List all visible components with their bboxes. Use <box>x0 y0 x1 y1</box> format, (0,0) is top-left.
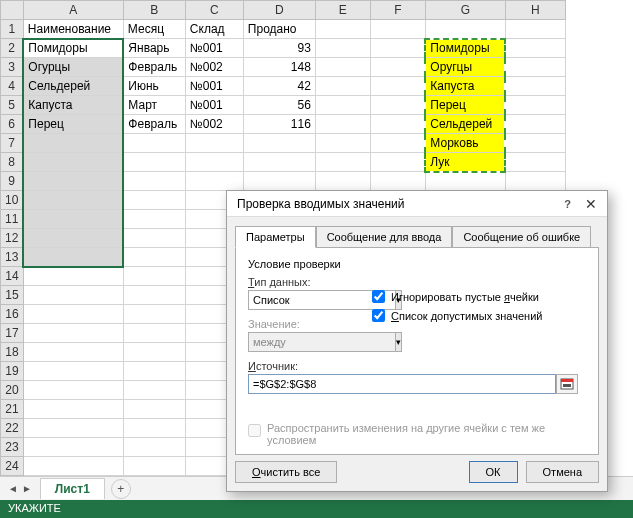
cell[interactable]: №001 <box>185 96 243 115</box>
cell[interactable] <box>315 77 370 96</box>
row-header[interactable]: 16 <box>1 305 24 324</box>
cell[interactable] <box>505 115 565 134</box>
cell[interactable] <box>505 134 565 153</box>
cell[interactable]: Сельдерей <box>23 77 123 96</box>
cell[interactable] <box>23 191 123 210</box>
col-header-G[interactable]: G <box>425 1 505 20</box>
row-header[interactable]: 6 <box>1 115 24 134</box>
row-header[interactable]: 9 <box>1 172 24 191</box>
cell[interactable] <box>370 153 425 172</box>
cell[interactable] <box>123 286 185 305</box>
add-sheet-button[interactable]: + <box>111 479 131 499</box>
cell[interactable]: Сельдерей <box>425 115 505 134</box>
tab-input-message[interactable]: Сообщение для ввода <box>316 226 453 248</box>
cell[interactable] <box>23 419 123 438</box>
col-header-A[interactable]: A <box>23 1 123 20</box>
cell[interactable] <box>23 438 123 457</box>
cell[interactable] <box>123 381 185 400</box>
cell[interactable] <box>243 134 315 153</box>
cell[interactable] <box>370 172 425 191</box>
cell[interactable]: Перец <box>23 115 123 134</box>
cell[interactable] <box>243 153 315 172</box>
cell[interactable] <box>315 39 370 58</box>
cell[interactable] <box>243 172 315 191</box>
cell[interactable] <box>370 20 425 39</box>
cell[interactable]: 42 <box>243 77 315 96</box>
cell[interactable] <box>505 20 565 39</box>
cell[interactable] <box>315 96 370 115</box>
cell[interactable] <box>425 20 505 39</box>
cell[interactable]: Январь <box>123 39 185 58</box>
cell[interactable]: Помидоры <box>425 39 505 58</box>
cell[interactable]: Лук <box>425 153 505 172</box>
cell[interactable] <box>123 191 185 210</box>
row-header[interactable]: 3 <box>1 58 24 77</box>
cell[interactable] <box>23 362 123 381</box>
cell[interactable]: Месяц <box>123 20 185 39</box>
row-header[interactable]: 17 <box>1 324 24 343</box>
cell[interactable] <box>123 457 185 476</box>
range-picker-icon[interactable] <box>556 374 578 394</box>
cell[interactable]: Февраль <box>123 115 185 134</box>
cell[interactable]: №001 <box>185 39 243 58</box>
col-header-F[interactable]: F <box>370 1 425 20</box>
row-header[interactable]: 12 <box>1 229 24 248</box>
cell[interactable]: Капуста <box>425 77 505 96</box>
row-header[interactable]: 18 <box>1 343 24 362</box>
cell[interactable] <box>123 362 185 381</box>
cell[interactable] <box>370 77 425 96</box>
cell[interactable] <box>505 39 565 58</box>
cell[interactable] <box>505 77 565 96</box>
cell[interactable]: №001 <box>185 77 243 96</box>
cell[interactable] <box>123 438 185 457</box>
in-cell-dropdown-checkbox[interactable]: Список допустимых значений <box>372 309 542 322</box>
cell[interactable]: Огурцы <box>23 58 123 77</box>
cell[interactable] <box>505 153 565 172</box>
cell[interactable] <box>23 305 123 324</box>
cell[interactable] <box>315 134 370 153</box>
cell[interactable]: Март <box>123 96 185 115</box>
cell[interactable]: Оругцы <box>425 58 505 77</box>
cell[interactable]: Помидоры <box>23 39 123 58</box>
cell[interactable] <box>123 210 185 229</box>
row-header[interactable]: 10 <box>1 191 24 210</box>
cell[interactable]: №002 <box>185 58 243 77</box>
cell[interactable] <box>23 381 123 400</box>
row-header[interactable]: 22 <box>1 419 24 438</box>
cell[interactable] <box>23 457 123 476</box>
cell[interactable]: №002 <box>185 115 243 134</box>
cell[interactable] <box>315 172 370 191</box>
cell[interactable] <box>123 267 185 286</box>
cell[interactable] <box>123 248 185 267</box>
cell[interactable]: Июнь <box>123 77 185 96</box>
cell[interactable]: 93 <box>243 39 315 58</box>
row-header[interactable]: 4 <box>1 77 24 96</box>
row-header[interactable]: 1 <box>1 20 24 39</box>
source-input[interactable] <box>248 374 556 394</box>
cell[interactable] <box>425 172 505 191</box>
cell[interactable] <box>23 324 123 343</box>
row-header[interactable]: 2 <box>1 39 24 58</box>
tab-error-alert[interactable]: Сообщение об ошибке <box>452 226 591 248</box>
cell[interactable] <box>23 286 123 305</box>
cell[interactable] <box>123 400 185 419</box>
cell[interactable] <box>315 20 370 39</box>
cell[interactable] <box>505 172 565 191</box>
cell[interactable] <box>370 96 425 115</box>
ok-button[interactable]: ОК <box>469 461 518 483</box>
dialog-titlebar[interactable]: Проверка вводимых значений ? ✕ <box>227 191 607 217</box>
row-header[interactable]: 15 <box>1 286 24 305</box>
col-header-C[interactable]: C <box>185 1 243 20</box>
cell[interactable] <box>123 153 185 172</box>
ignore-empty-checkbox[interactable]: Игнорировать пустые ячейки <box>372 290 542 303</box>
cell[interactable] <box>23 134 123 153</box>
tab-nav-next-icon[interactable]: ► <box>22 483 32 494</box>
type-combobox[interactable]: ▾ <box>248 290 358 310</box>
cell[interactable] <box>123 172 185 191</box>
cell[interactable] <box>185 153 243 172</box>
row-header[interactable]: 14 <box>1 267 24 286</box>
tab-nav-prev-icon[interactable]: ◄ <box>8 483 18 494</box>
cell[interactable]: Перец <box>425 96 505 115</box>
cell[interactable] <box>123 419 185 438</box>
cell[interactable]: Февраль <box>123 58 185 77</box>
